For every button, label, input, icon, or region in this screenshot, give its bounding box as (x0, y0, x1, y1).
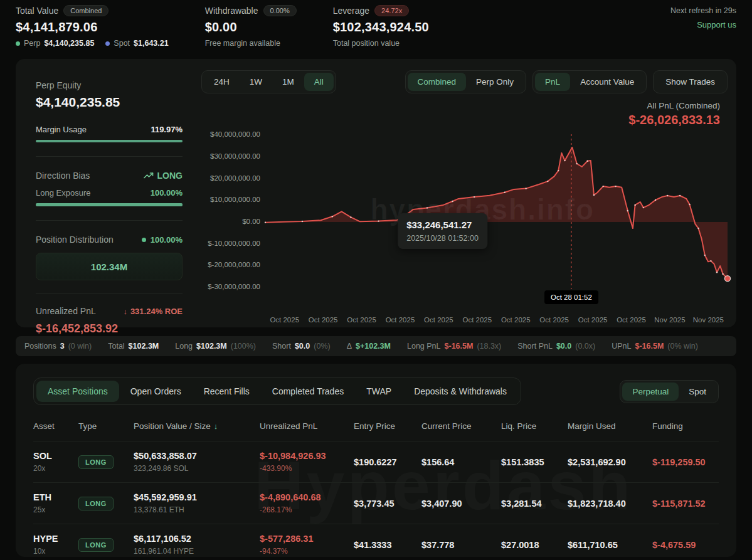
tab-open-orders[interactable]: Open Orders (119, 381, 193, 402)
leverage-label: Leverage (333, 6, 369, 16)
column-header-position-value-size[interactable]: Position Value / Size↓ (134, 421, 260, 431)
column-header-asset[interactable]: Asset (33, 421, 78, 431)
range-all[interactable]: All (304, 73, 334, 91)
leverage-stat: Leverage 24.72x $102,343,924.50 Total po… (333, 5, 429, 48)
perp-value: $4,140,235.85 (44, 39, 94, 48)
tab-deposits-withdrawals[interactable]: Deposits & Withdrawals (403, 381, 518, 402)
leverage-sub: Total position value (333, 39, 400, 48)
mode-combined[interactable]: Combined (408, 73, 467, 91)
column-header-liq-price[interactable]: Liq. Price (501, 421, 568, 431)
show-trades-group: Show Trades (653, 70, 728, 93)
toggle-show-trades[interactable]: Show Trades (655, 73, 725, 91)
pnl-chart[interactable]: $40,000,000.00$30,000,000.00$20,000,000.… (201, 131, 728, 312)
y-tick-label: $-10,000,000.00 (208, 240, 260, 247)
long-exposure-value: 100.00% (151, 188, 183, 198)
y-tick-label: $20,000,000.00 (210, 174, 260, 182)
all-pnl-label: All PnL (Combined) (201, 101, 720, 110)
tooltip-timestamp: 2025/10/28 01:52:00 (406, 234, 479, 243)
summary-long-pnl: Long PnL$-16.5M(18.3x) (407, 342, 501, 351)
side-badge: LONG (78, 497, 114, 510)
perpetual-spot-toggle: PerpetualSpot (620, 380, 719, 403)
spot-label: Spot (114, 39, 130, 48)
metric-pnl[interactable]: PnL (535, 73, 570, 91)
perp-dot-icon (16, 41, 20, 46)
summary-short: Short$0.0(0%) (272, 342, 331, 351)
direction-bias-label: Direction Bias (36, 171, 90, 181)
total-value-label: Total Value (16, 6, 58, 16)
y-tick-label: $40,000,000.00 (210, 130, 260, 138)
position-row-eth[interactable]: ETH25xLONG$45,592,959.9113,378.61 ETH$-4… (33, 482, 719, 524)
tab-asset-positions[interactable]: Asset Positions (36, 381, 119, 402)
withdrawable-stat: Withdrawable 0.00% $0.00 Free margin ava… (205, 5, 297, 48)
summary-: Δ$+102.3M (347, 342, 391, 351)
positions-summary-bar: Positions3(0 win)Total$102.3MLong$102.3M… (16, 336, 736, 356)
withdrawable-label: Withdrawable (205, 6, 258, 16)
market-perpetual[interactable]: Perpetual (622, 383, 679, 401)
x-tick-label: Oct 2025 (458, 316, 496, 324)
market-spot[interactable]: Spot (679, 383, 716, 401)
distribution-box-value: 102.34M (91, 262, 127, 272)
summary-total: Total$102.3M (108, 342, 159, 351)
account-stats-panel: Perp Equity $4,140,235.85 Margin Usage 1… (16, 59, 201, 327)
position-row-hype[interactable]: HYPE10xLONG$6,117,106.52161,961.04 HYPE$… (33, 524, 719, 557)
x-tick-label: Oct 2025 (342, 316, 381, 324)
x-tick-label: Oct 2025 (573, 316, 612, 324)
positions-tabs: Asset PositionsOpen OrdersRecent FillsCo… (33, 378, 521, 405)
withdrawable-pct-badge: 0.00% (263, 5, 297, 16)
side-badge: LONG (78, 455, 114, 469)
equity-chart-card: Perp Equity $4,140,235.85 Margin Usage 1… (16, 59, 736, 327)
chart-panel: 24H1W1MAll CombinedPerp Only PnLAccount … (201, 59, 736, 327)
column-header-funding[interactable]: Funding (652, 421, 719, 431)
x-tick-label: Nov 2025 (650, 316, 689, 324)
leverage-badge: 24.72x (374, 5, 409, 16)
all-pnl-value: $-26,026,833.13 (201, 113, 720, 127)
combined-perp-toggle: CombinedPerp Only (405, 70, 527, 93)
column-header-margin-used[interactable]: Margin Used (568, 421, 652, 431)
position-row-sol[interactable]: SOL20xLONG$50,633,858.07323,249.86 SOL$-… (33, 441, 719, 482)
trend-up-icon (144, 172, 154, 179)
table-header-row: AssetTypePosition Value / Size↓Unrealize… (33, 418, 719, 441)
column-header-type[interactable]: Type (78, 421, 134, 431)
sort-desc-icon: ↓ (214, 421, 218, 431)
column-header-current-price[interactable]: Current Price (421, 421, 501, 431)
x-tick-label: Oct 2025 (612, 316, 650, 324)
y-tick-label: $-30,000,000.00 (208, 283, 260, 290)
column-header-entry-price[interactable]: Entry Price (354, 421, 421, 431)
y-tick-label: $30,000,000.00 (210, 152, 260, 160)
distribution-box[interactable]: 102.34M (36, 253, 183, 280)
x-tick-label: Oct 2025 (420, 316, 458, 324)
spot-dot-icon (105, 41, 110, 46)
chart-end-marker (724, 276, 730, 282)
tab-completed-trades[interactable]: Completed Trades (261, 381, 355, 402)
x-tick-label: Oct 2025 (265, 316, 304, 324)
range-24h[interactable]: 24H (204, 73, 240, 91)
long-exposure-bar (36, 203, 183, 206)
support-us-link[interactable]: Support us (670, 20, 736, 29)
chart-tooltip: $33,246,541.27 2025/10/28 01:52:00 (398, 213, 487, 249)
range-1w[interactable]: 1W (240, 73, 272, 91)
y-tick-label: $0.00 (242, 218, 260, 225)
total-value-stat: Total Value Combined $4,141,879.06 Perp … (16, 5, 169, 48)
tab-recent-fills[interactable]: Recent Fills (193, 381, 261, 402)
x-tick-label: Nov 2025 (689, 316, 728, 324)
total-value: $4,141,879.06 (16, 20, 169, 34)
position-distribution-label: Position Distribution (36, 235, 114, 245)
metric-account-value[interactable]: Account Value (570, 73, 644, 91)
time-range-group: 24H1W1MAll (201, 70, 336, 93)
tooltip-value: $33,246,541.27 (406, 219, 479, 230)
range-1m[interactable]: 1M (272, 73, 304, 91)
mode-perp-only[interactable]: Perp Only (466, 73, 524, 91)
distribution-dot-icon (142, 238, 146, 242)
dashboard: Total Value Combined $4,141,879.06 Perp … (0, 0, 752, 557)
summary-positions: Positions3(0 win) (24, 342, 92, 351)
column-header-unrealized-pnl[interactable]: Unrealized PnL (260, 421, 354, 431)
pnl-area-chart[interactable] (265, 131, 728, 297)
summary-upnl: UPnL$-16.5M(0% win) (612, 342, 698, 351)
perp-label: Perp (24, 39, 40, 48)
tab-twap[interactable]: TWAP (355, 381, 403, 402)
side-badge: LONG (78, 538, 114, 552)
combined-badge: Combined (63, 5, 109, 16)
pnl-account-toggle: PnLAccount Value (532, 70, 647, 93)
perp-equity-label: Perp Equity (36, 80, 183, 90)
x-tick-label: Oct 2025 (381, 316, 419, 324)
